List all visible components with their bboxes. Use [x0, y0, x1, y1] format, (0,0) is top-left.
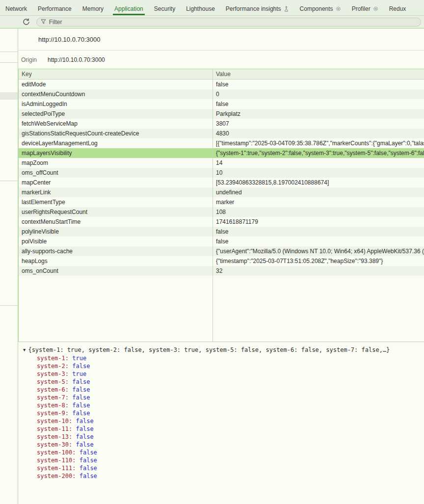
- tab-label: Security: [154, 5, 175, 12]
- preview-property-row[interactable]: system-10: false: [23, 417, 424, 425]
- table-row[interactable]: isAdminLoggedIn false: [19, 99, 424, 109]
- preview-summary-row[interactable]: ▼{system-1: true, system-2: false, syste…: [23, 346, 424, 354]
- preview-property-row[interactable]: system-6: false: [23, 386, 424, 394]
- table-row[interactable]: userRightsRequestCount 108: [19, 207, 424, 217]
- tab-label: Components: [300, 5, 333, 12]
- preview-property-row[interactable]: system-110: false: [23, 456, 424, 464]
- devtools-window: Network Performance Memory Application S…: [0, 0, 424, 504]
- storage-key-cell: ally-supports-cache: [19, 248, 212, 255]
- sidebar-selected-item[interactable]: [0, 92, 18, 100]
- table-row[interactable]: deviceLayerManagementLog [{"timestamp":"…: [19, 138, 424, 148]
- tab-components[interactable]: Components: [294, 2, 346, 15]
- sidebar-separator: [0, 305, 18, 306]
- origin-value: http://10.10.0.70:3000: [48, 56, 105, 63]
- filter-input[interactable]: [49, 19, 417, 26]
- preview-property-row[interactable]: system-1: true: [23, 354, 424, 362]
- table-row[interactable]: poiVisible false: [19, 237, 424, 246]
- storage-value-cell: 14: [212, 159, 424, 166]
- storage-value-cell: false: [212, 81, 424, 88]
- table-row[interactable]: ally-supports-cache {"userAgent":"Mozill…: [19, 246, 424, 256]
- storage-key-cell: mapZoom: [19, 159, 212, 166]
- preview-property-row[interactable]: system-200: false: [23, 472, 424, 480]
- storage-key-cell: oms_onCount: [19, 267, 212, 274]
- table-row[interactable]: mapZoom 14: [19, 158, 424, 168]
- tab-memory[interactable]: Memory: [77, 2, 109, 15]
- tab-application[interactable]: Application: [109, 2, 149, 15]
- table-row[interactable]: oms_onCount 32: [19, 266, 424, 276]
- preview-property-row[interactable]: system-2: false: [23, 362, 424, 370]
- preview-property-row[interactable]: system-13: false: [23, 433, 424, 441]
- tab-profiler[interactable]: Profiler: [346, 2, 384, 15]
- sidebar-separator: [0, 52, 18, 52]
- property-name: system-10: [37, 418, 69, 424]
- preview-property-row[interactable]: system-5: false: [23, 378, 424, 386]
- table-row[interactable]: oms_offCount 10: [19, 168, 424, 178]
- expand-triangle-icon[interactable]: ▼: [23, 346, 26, 354]
- local-storage-view: http://10.10.0.70:3000 Origin http://10.…: [18, 28, 424, 504]
- property-value: false: [80, 465, 97, 472]
- preview-properties: system-1: true system-2: false system-3:…: [23, 354, 424, 480]
- tab-performance-insights[interactable]: Performance insights: [220, 2, 294, 15]
- storage-key-cell: lastElementType: [19, 199, 212, 206]
- refresh-icon[interactable]: [22, 18, 30, 26]
- table-row[interactable]: fetchWebServiceMap 3807: [19, 119, 424, 129]
- property-name: system-200: [37, 473, 72, 479]
- table-row[interactable]: gisStationsStaticRequestCount-createDevi…: [19, 129, 424, 138]
- preview-property-row[interactable]: system-7: false: [23, 394, 424, 401]
- gear-icon: [336, 6, 341, 12]
- preview-property-row[interactable]: system-30: false: [23, 441, 424, 449]
- preview-property-row[interactable]: system-11: false: [23, 425, 424, 433]
- table-row[interactable]: lastElementType marker: [19, 197, 424, 207]
- tab-network[interactable]: Network: [0, 2, 32, 15]
- property-name: system-111: [37, 465, 72, 472]
- tab-label: Lighthouse: [186, 5, 215, 12]
- storage-key-cell: markerLink: [19, 189, 212, 196]
- storage-value-cell: false: [212, 238, 424, 245]
- origin-label: Origin: [21, 56, 37, 63]
- property-value: false: [80, 457, 97, 464]
- origin-row: Origin http://10.10.0.70:3000: [18, 51, 424, 69]
- tab-label: Performance: [38, 5, 72, 12]
- tab-lighthouse[interactable]: Lighthouse: [181, 2, 220, 15]
- value-column-header: Value: [212, 71, 424, 78]
- preview-property-row[interactable]: system-9: false: [23, 409, 424, 417]
- storage-value-cell: {"timestamp":"2025-03-07T13:51:05.208Z",…: [212, 258, 424, 265]
- storage-value-cell: [53.23940863328815,8.197002410888674]: [212, 179, 424, 186]
- table-row[interactable]: editMode false: [19, 80, 424, 89]
- storage-key-cell: mapCenter: [19, 179, 212, 186]
- tab-security[interactable]: Security: [149, 2, 181, 15]
- storage-items-table: Key Value editMode false contextMenuCoun…: [18, 69, 424, 342]
- storage-key-cell: userRightsRequestCount: [19, 209, 212, 215]
- storage-key-cell: heapLogs: [19, 258, 212, 265]
- table-row[interactable]: mapLayersVisibility {"system-1":true,"sy…: [19, 148, 424, 158]
- preview-property-row[interactable]: system-111: false: [23, 464, 424, 472]
- storage-value-cell: {"userAgent":"Mozilla/5.0 (Windows NT 10…: [212, 248, 424, 255]
- table-row[interactable]: contextMenuCountdown 0: [19, 89, 424, 99]
- preview-property-row[interactable]: system-3: true: [23, 370, 424, 378]
- storage-key-cell: isAdminLoggedIn: [19, 101, 212, 107]
- filter-funnel-icon: [41, 19, 46, 25]
- property-value: false: [80, 473, 97, 479]
- table-row[interactable]: selectedPoiType Parkplatz: [19, 109, 424, 119]
- table-row[interactable]: mapCenter [53.23940863328815,8.197002410…: [19, 178, 424, 187]
- table-row[interactable]: heapLogs {"timestamp":"2025-03-07T13:51:…: [19, 256, 424, 266]
- storage-value-cell: false: [212, 101, 424, 107]
- tab-performance[interactable]: Performance: [32, 2, 77, 15]
- table-row[interactable]: markerLink undefined: [19, 187, 424, 197]
- property-value: false: [72, 394, 90, 401]
- preview-property-row[interactable]: system-8: false: [23, 401, 424, 409]
- column-divider[interactable]: [212, 69, 213, 342]
- table-row[interactable]: contextMenuStartTime 1741618871179: [19, 217, 424, 227]
- tab-redux[interactable]: Redux: [384, 2, 412, 15]
- property-name: system-11: [37, 425, 69, 432]
- property-value: true: [72, 371, 86, 377]
- property-value: false: [76, 418, 93, 424]
- preview-property-row[interactable]: system-100: false: [23, 449, 424, 456]
- storage-value-cell: 1741618871179: [212, 218, 424, 225]
- tab-label: Redux: [389, 5, 406, 12]
- property-name: system-110: [37, 457, 72, 464]
- storage-key-cell: polylineVisible: [19, 228, 212, 235]
- table-row[interactable]: polylineVisible false: [19, 227, 424, 237]
- property-name: system-2: [37, 363, 65, 370]
- origin-title-text: http://10.10.0.70:3000: [38, 36, 101, 43]
